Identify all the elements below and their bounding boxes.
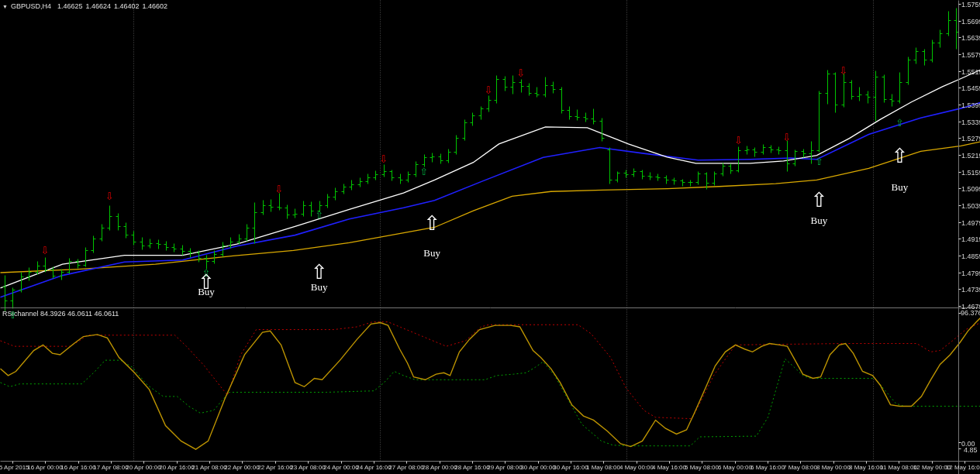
time-axis-label: 30 Apr 16:00 xyxy=(553,464,588,472)
time-axis-label: 22 Apr 16:00 xyxy=(257,464,292,472)
red-down-arrow-icon: ⇩ xyxy=(105,191,114,202)
time-axis-label: 23 Apr 08:00 xyxy=(290,464,325,472)
green-up-arrow-icon: ⇧ xyxy=(315,209,323,221)
time-axis-label: 30 Apr 00:00 xyxy=(520,464,555,472)
buy-label: Buy xyxy=(311,281,328,294)
price-axis-label: 1.52795 xyxy=(961,135,980,143)
time-axis-label: 20 Apr 16:00 xyxy=(159,464,194,472)
price-axis-label: 1.53395 xyxy=(961,118,980,126)
price-axis-label: 1.56995 xyxy=(961,18,980,26)
price-axis-label: 1.50395 xyxy=(961,202,980,210)
quote-low: 1.46402 xyxy=(114,2,140,10)
price-axis-label: 1.47395 xyxy=(961,286,980,294)
red-down-arrow-icon: ⇩ xyxy=(485,84,493,96)
time-axis-label: 29 Apr 08:00 xyxy=(487,464,522,472)
time-axis-label: 7 May 08:00 xyxy=(783,464,817,472)
price-axis-label: 1.51595 xyxy=(961,169,980,177)
time-axis-label: 12 May 16:00 xyxy=(946,464,980,472)
price-axis-label: 1.56395 xyxy=(961,34,980,42)
time-axis-label: 24 Apr 00:00 xyxy=(323,464,358,472)
time-axis-label: 6 May 00:00 xyxy=(718,464,752,472)
red-down-arrow-icon: ⇩ xyxy=(379,153,388,165)
buy-arrow-icon: ⇧ xyxy=(891,144,908,167)
mt4-chart-window: ▼GBPUSD,H41.466251.466241.464021.46602 R… xyxy=(0,0,980,474)
green-up-arrow-icon: ⇧ xyxy=(895,117,904,129)
time-axis-label: 28 Apr 00:00 xyxy=(422,464,457,472)
time-axis-label: 16 Apr 00:00 xyxy=(27,464,62,472)
time-axis-label: 5 May 08:00 xyxy=(685,464,719,472)
red-down-arrow-icon: ⇩ xyxy=(782,132,791,143)
rsi-scale-min-label: 4.85 xyxy=(964,446,978,454)
price-axis-label: 1.53995 xyxy=(961,101,980,109)
time-axis-label: 24 Apr 16:00 xyxy=(356,464,391,472)
buy-label: Buy xyxy=(811,215,828,227)
indicator-value-1: 84.3926 xyxy=(40,310,66,318)
time-axis-label: 8 May 16:00 xyxy=(849,464,883,472)
price-axis-label: 1.47995 xyxy=(961,270,980,277)
price-axis-label: 1.49795 xyxy=(961,219,980,227)
quote-open: 1.46625 xyxy=(57,2,83,10)
buy-label: Buy xyxy=(198,286,215,298)
red-down-arrow-icon: ⇩ xyxy=(274,183,283,194)
price-axis-label: 1.48595 xyxy=(961,252,980,260)
time-axis-label: 28 Apr 16:00 xyxy=(454,464,489,472)
price-axis-label: 1.50995 xyxy=(961,185,980,193)
buy-label: Buy xyxy=(892,181,909,194)
price-axis-label: 1.49195 xyxy=(961,235,980,243)
green-up-arrow-icon: ⇧ xyxy=(419,165,428,177)
time-axis-label: 22 Apr 00:00 xyxy=(224,464,259,472)
price-axis-label: 1.55195 xyxy=(961,68,980,76)
buy-arrow-icon: ⇧ xyxy=(423,211,440,235)
price-axis-label: 1.57595 xyxy=(961,1,980,9)
time-axis-label: 8 May 00:00 xyxy=(816,464,851,472)
quote-close: 1.46602 xyxy=(143,2,168,10)
time-axis-label: 27 Apr 08:00 xyxy=(388,464,423,472)
indicator-title: RSIchannel 84.3926 46.0611 46.0611 xyxy=(2,310,119,318)
red-down-arrow-icon: ⇩ xyxy=(839,65,847,77)
buy-label: Buy xyxy=(423,247,440,259)
green-up-arrow-icon: ⇧ xyxy=(9,309,17,321)
time-axis-label: 20 Apr 00:00 xyxy=(126,464,160,472)
time-axis-label: 21 Apr 08:00 xyxy=(192,464,226,472)
buy-arrow-icon: ⇧ xyxy=(810,188,827,211)
red-down-arrow-icon: ⇩ xyxy=(734,135,743,146)
time-axis-label: 6 May 16:00 xyxy=(751,464,785,472)
time-axis-label: 16 Apr 16:00 xyxy=(60,464,95,472)
price-axis-label: 1.55795 xyxy=(961,51,980,59)
green-up-arrow-icon: ⇧ xyxy=(815,156,823,167)
symbol-title: ▼GBPUSD,H41.466251.466241.464021.46602 xyxy=(2,2,171,11)
price-axis-label: 1.46795 xyxy=(961,303,980,311)
chart-canvas[interactable] xyxy=(0,0,980,474)
red-down-arrow-icon: ⇩ xyxy=(516,67,525,79)
quote-high: 1.46624 xyxy=(86,2,112,10)
time-axis-label: 1 May 08:00 xyxy=(586,464,620,472)
symbol-label: GBPUSD,H4 xyxy=(11,2,51,10)
price-axis-label: 1.54595 xyxy=(961,84,980,92)
buy-arrow-icon: ⇧ xyxy=(311,260,328,283)
time-axis-label: 4 May 16:00 xyxy=(652,464,686,472)
indicator-value-2: 46.0611 xyxy=(67,310,92,318)
indicator-value-3: 46.0611 xyxy=(95,310,119,318)
time-axis-label: 11 May 08:00 xyxy=(880,464,917,472)
chart-marker-icon: ▼ xyxy=(2,4,8,9)
time-axis-label: 15 Apr 2015 xyxy=(0,464,29,472)
red-down-arrow-icon: ⇩ xyxy=(41,245,50,256)
time-axis-label: 4 May 00:00 xyxy=(619,464,654,472)
time-axis-label: 17 Apr 08:00 xyxy=(93,464,128,472)
price-axis-label: 1.52195 xyxy=(961,152,980,160)
